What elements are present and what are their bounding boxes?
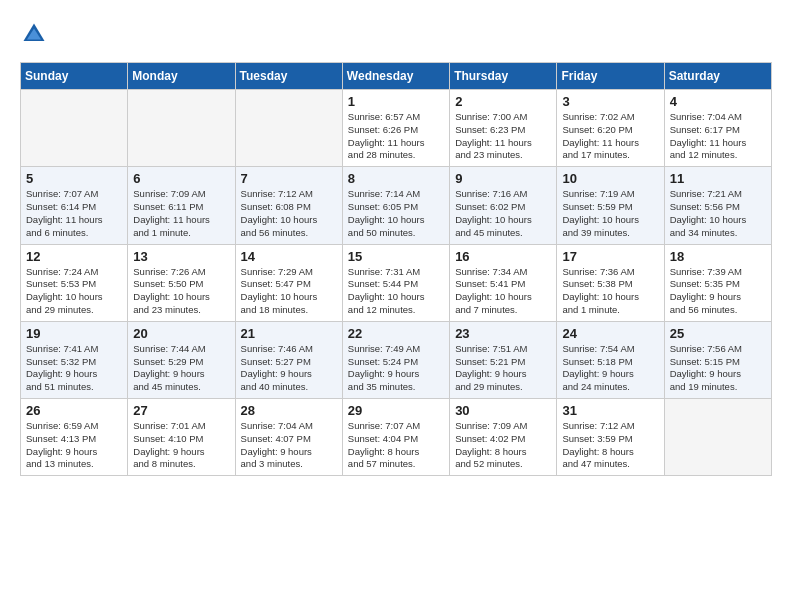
day-cell-12: 12Sunrise: 7:24 AM Sunset: 5:53 PM Dayli… xyxy=(21,244,128,321)
week-row-4: 19Sunrise: 7:41 AM Sunset: 5:32 PM Dayli… xyxy=(21,321,772,398)
day-number: 15 xyxy=(348,249,444,264)
day-number: 25 xyxy=(670,326,766,341)
empty-cell xyxy=(235,90,342,167)
day-cell-30: 30Sunrise: 7:09 AM Sunset: 4:02 PM Dayli… xyxy=(450,399,557,476)
day-header-tuesday: Tuesday xyxy=(235,63,342,90)
day-cell-19: 19Sunrise: 7:41 AM Sunset: 5:32 PM Dayli… xyxy=(21,321,128,398)
day-cell-2: 2Sunrise: 7:00 AM Sunset: 6:23 PM Daylig… xyxy=(450,90,557,167)
day-info: Sunrise: 7:19 AM Sunset: 5:59 PM Dayligh… xyxy=(562,188,658,239)
day-info: Sunrise: 7:46 AM Sunset: 5:27 PM Dayligh… xyxy=(241,343,337,394)
day-number: 26 xyxy=(26,403,122,418)
day-cell-26: 26Sunrise: 6:59 AM Sunset: 4:13 PM Dayli… xyxy=(21,399,128,476)
day-info: Sunrise: 7:12 AM Sunset: 6:08 PM Dayligh… xyxy=(241,188,337,239)
day-info: Sunrise: 7:31 AM Sunset: 5:44 PM Dayligh… xyxy=(348,266,444,317)
day-cell-20: 20Sunrise: 7:44 AM Sunset: 5:29 PM Dayli… xyxy=(128,321,235,398)
day-number: 14 xyxy=(241,249,337,264)
day-cell-22: 22Sunrise: 7:49 AM Sunset: 5:24 PM Dayli… xyxy=(342,321,449,398)
day-number: 12 xyxy=(26,249,122,264)
day-number: 16 xyxy=(455,249,551,264)
day-number: 11 xyxy=(670,171,766,186)
day-info: Sunrise: 7:39 AM Sunset: 5:35 PM Dayligh… xyxy=(670,266,766,317)
day-number: 13 xyxy=(133,249,229,264)
day-header-saturday: Saturday xyxy=(664,63,771,90)
day-number: 9 xyxy=(455,171,551,186)
day-cell-13: 13Sunrise: 7:26 AM Sunset: 5:50 PM Dayli… xyxy=(128,244,235,321)
day-header-friday: Friday xyxy=(557,63,664,90)
page-container: SundayMondayTuesdayWednesdayThursdayFrid… xyxy=(0,0,792,486)
day-cell-4: 4Sunrise: 7:04 AM Sunset: 6:17 PM Daylig… xyxy=(664,90,771,167)
day-number: 31 xyxy=(562,403,658,418)
day-cell-7: 7Sunrise: 7:12 AM Sunset: 6:08 PM Daylig… xyxy=(235,167,342,244)
day-cell-6: 6Sunrise: 7:09 AM Sunset: 6:11 PM Daylig… xyxy=(128,167,235,244)
day-cell-21: 21Sunrise: 7:46 AM Sunset: 5:27 PM Dayli… xyxy=(235,321,342,398)
day-info: Sunrise: 7:16 AM Sunset: 6:02 PM Dayligh… xyxy=(455,188,551,239)
day-cell-10: 10Sunrise: 7:19 AM Sunset: 5:59 PM Dayli… xyxy=(557,167,664,244)
day-number: 3 xyxy=(562,94,658,109)
day-info: Sunrise: 7:14 AM Sunset: 6:05 PM Dayligh… xyxy=(348,188,444,239)
day-cell-28: 28Sunrise: 7:04 AM Sunset: 4:07 PM Dayli… xyxy=(235,399,342,476)
day-number: 5 xyxy=(26,171,122,186)
day-cell-16: 16Sunrise: 7:34 AM Sunset: 5:41 PM Dayli… xyxy=(450,244,557,321)
day-info: Sunrise: 7:34 AM Sunset: 5:41 PM Dayligh… xyxy=(455,266,551,317)
logo xyxy=(20,20,52,48)
day-header-monday: Monday xyxy=(128,63,235,90)
day-header-thursday: Thursday xyxy=(450,63,557,90)
day-info: Sunrise: 7:04 AM Sunset: 4:07 PM Dayligh… xyxy=(241,420,337,471)
day-info: Sunrise: 7:41 AM Sunset: 5:32 PM Dayligh… xyxy=(26,343,122,394)
day-number: 23 xyxy=(455,326,551,341)
day-header-wednesday: Wednesday xyxy=(342,63,449,90)
header xyxy=(20,20,772,48)
day-info: Sunrise: 7:01 AM Sunset: 4:10 PM Dayligh… xyxy=(133,420,229,471)
logo-icon xyxy=(20,20,48,48)
day-info: Sunrise: 7:02 AM Sunset: 6:20 PM Dayligh… xyxy=(562,111,658,162)
day-number: 1 xyxy=(348,94,444,109)
empty-cell xyxy=(128,90,235,167)
day-info: Sunrise: 7:21 AM Sunset: 5:56 PM Dayligh… xyxy=(670,188,766,239)
day-cell-18: 18Sunrise: 7:39 AM Sunset: 5:35 PM Dayli… xyxy=(664,244,771,321)
day-info: Sunrise: 7:07 AM Sunset: 6:14 PM Dayligh… xyxy=(26,188,122,239)
day-number: 8 xyxy=(348,171,444,186)
day-cell-23: 23Sunrise: 7:51 AM Sunset: 5:21 PM Dayli… xyxy=(450,321,557,398)
day-cell-29: 29Sunrise: 7:07 AM Sunset: 4:04 PM Dayli… xyxy=(342,399,449,476)
day-number: 19 xyxy=(26,326,122,341)
day-number: 29 xyxy=(348,403,444,418)
empty-cell xyxy=(664,399,771,476)
day-cell-8: 8Sunrise: 7:14 AM Sunset: 6:05 PM Daylig… xyxy=(342,167,449,244)
week-row-2: 5Sunrise: 7:07 AM Sunset: 6:14 PM Daylig… xyxy=(21,167,772,244)
day-info: Sunrise: 7:36 AM Sunset: 5:38 PM Dayligh… xyxy=(562,266,658,317)
week-row-3: 12Sunrise: 7:24 AM Sunset: 5:53 PM Dayli… xyxy=(21,244,772,321)
day-info: Sunrise: 7:26 AM Sunset: 5:50 PM Dayligh… xyxy=(133,266,229,317)
day-cell-17: 17Sunrise: 7:36 AM Sunset: 5:38 PM Dayli… xyxy=(557,244,664,321)
day-info: Sunrise: 7:54 AM Sunset: 5:18 PM Dayligh… xyxy=(562,343,658,394)
day-info: Sunrise: 6:57 AM Sunset: 6:26 PM Dayligh… xyxy=(348,111,444,162)
day-cell-5: 5Sunrise: 7:07 AM Sunset: 6:14 PM Daylig… xyxy=(21,167,128,244)
day-info: Sunrise: 7:49 AM Sunset: 5:24 PM Dayligh… xyxy=(348,343,444,394)
day-info: Sunrise: 7:44 AM Sunset: 5:29 PM Dayligh… xyxy=(133,343,229,394)
day-info: Sunrise: 6:59 AM Sunset: 4:13 PM Dayligh… xyxy=(26,420,122,471)
day-number: 21 xyxy=(241,326,337,341)
day-number: 10 xyxy=(562,171,658,186)
day-cell-14: 14Sunrise: 7:29 AM Sunset: 5:47 PM Dayli… xyxy=(235,244,342,321)
header-row: SundayMondayTuesdayWednesdayThursdayFrid… xyxy=(21,63,772,90)
day-number: 30 xyxy=(455,403,551,418)
day-number: 4 xyxy=(670,94,766,109)
day-cell-15: 15Sunrise: 7:31 AM Sunset: 5:44 PM Dayli… xyxy=(342,244,449,321)
day-cell-31: 31Sunrise: 7:12 AM Sunset: 3:59 PM Dayli… xyxy=(557,399,664,476)
day-number: 7 xyxy=(241,171,337,186)
day-number: 24 xyxy=(562,326,658,341)
day-number: 6 xyxy=(133,171,229,186)
day-info: Sunrise: 7:56 AM Sunset: 5:15 PM Dayligh… xyxy=(670,343,766,394)
day-info: Sunrise: 7:12 AM Sunset: 3:59 PM Dayligh… xyxy=(562,420,658,471)
day-info: Sunrise: 7:24 AM Sunset: 5:53 PM Dayligh… xyxy=(26,266,122,317)
week-row-5: 26Sunrise: 6:59 AM Sunset: 4:13 PM Dayli… xyxy=(21,399,772,476)
day-number: 20 xyxy=(133,326,229,341)
day-cell-24: 24Sunrise: 7:54 AM Sunset: 5:18 PM Dayli… xyxy=(557,321,664,398)
day-number: 28 xyxy=(241,403,337,418)
day-info: Sunrise: 7:09 AM Sunset: 4:02 PM Dayligh… xyxy=(455,420,551,471)
day-number: 2 xyxy=(455,94,551,109)
day-cell-27: 27Sunrise: 7:01 AM Sunset: 4:10 PM Dayli… xyxy=(128,399,235,476)
calendar-table: SundayMondayTuesdayWednesdayThursdayFrid… xyxy=(20,62,772,476)
day-number: 27 xyxy=(133,403,229,418)
day-info: Sunrise: 7:51 AM Sunset: 5:21 PM Dayligh… xyxy=(455,343,551,394)
day-number: 22 xyxy=(348,326,444,341)
